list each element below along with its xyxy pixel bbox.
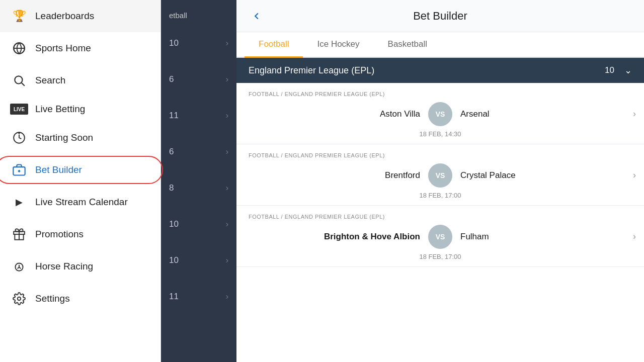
row-number: 10 — [169, 38, 179, 48]
number-row[interactable]: 11 › — [161, 279, 236, 315]
page-title: Bet Builder — [275, 10, 606, 23]
home-team: Aston Villa — [249, 109, 428, 119]
vs-badge: VS — [428, 163, 452, 188]
vs-badge: VS — [428, 102, 452, 126]
back-button[interactable] — [249, 11, 265, 22]
league-chevron-icon: ⌄ — [624, 65, 632, 76]
row-number: 11 — [169, 111, 179, 121]
sports-home-icon — [10, 39, 28, 57]
bet-builder-header: Bet Builder — [236, 0, 644, 32]
match-category: FOOTBALL / ENGLAND PREMIER LEAGUE (EPL) — [249, 91, 632, 97]
chevron-right-icon: › — [226, 147, 228, 156]
match-teams: Brentford VS Crystal Palace — [249, 163, 632, 188]
live-betting-icon: LIVE — [10, 104, 28, 115]
match-time: 18 FEB, 14:30 — [249, 130, 632, 138]
match-arrow-icon: › — [633, 169, 636, 180]
row-number: 10 — [169, 255, 179, 265]
number-row[interactable]: 6 › — [161, 61, 236, 98]
match-arrow-icon: › — [633, 108, 636, 119]
match-card[interactable]: FOOTBALL / ENGLAND PREMIER LEAGUE (EPL) … — [236, 83, 644, 144]
sport-tabs: Football Ice Hockey Basketball — [236, 32, 644, 58]
number-row[interactable]: 8 › — [161, 170, 236, 206]
sidebar-item-leaderboards[interactable]: 🏆 Leaderboards — [0, 0, 160, 32]
sidebar-item-bet-builder[interactable]: Bet Builder — [0, 154, 160, 186]
match-card[interactable]: FOOTBALL / ENGLAND PREMIER LEAGUE (EPL) … — [236, 206, 644, 267]
chevron-right-icon: › — [226, 256, 228, 265]
match-arrow-icon: › — [633, 231, 636, 241]
sidebar-item-live-betting[interactable]: LIVE Live Betting — [0, 97, 160, 122]
starting-soon-icon — [10, 129, 28, 147]
promotions-icon — [10, 225, 28, 243]
row-number: 6 — [169, 74, 174, 84]
sidebar: 🏆 Leaderboards Sports Home Search — [0, 0, 236, 362]
row-number: 8 — [169, 183, 174, 193]
chevron-right-icon: › — [226, 184, 228, 193]
top-nav-label: etball — [169, 11, 187, 20]
sidebar-navigation: 🏆 Leaderboards Sports Home Search — [0, 0, 161, 362]
sidebar-item-label: Search — [35, 75, 65, 86]
home-team: Brighton & Hove Albion — [249, 232, 428, 242]
league-header[interactable]: England Premier League (EPL) 10 ⌄ — [236, 58, 644, 83]
sidebar-item-sports-home[interactable]: Sports Home — [0, 32, 160, 64]
sidebar-item-label: Starting Soon — [35, 132, 93, 143]
leaderboards-icon: 🏆 — [10, 7, 28, 25]
horse-racing-icon — [10, 257, 28, 276]
top-nav-strip: etball — [161, 5, 236, 25]
tab-ice-hockey[interactable]: Ice Hockey — [303, 32, 373, 58]
sidebar-item-label: Sports Home — [35, 43, 91, 54]
bet-builder-icon — [10, 161, 28, 179]
svg-point-1 — [15, 76, 22, 83]
number-row[interactable]: 10 › — [161, 206, 236, 242]
chevron-right-icon: › — [226, 39, 228, 48]
home-team: Brentford — [249, 170, 428, 180]
sidebar-item-label: Settings — [35, 293, 70, 304]
sidebar-item-label: Live Stream Calendar — [35, 197, 128, 208]
match-card[interactable]: FOOTBALL / ENGLAND PREMIER LEAGUE (EPL) … — [236, 144, 644, 206]
match-teams: Aston Villa VS Arsenal — [249, 102, 632, 126]
vs-badge: VS — [428, 225, 452, 249]
sidebar-numbers-column: etball 10 › 6 › 11 › 6 › 8 › 10 › 10 › — [161, 0, 236, 362]
settings-icon — [10, 290, 28, 308]
match-teams: Brighton & Hove Albion VS Fulham — [249, 225, 632, 249]
sidebar-item-label: Bet Builder — [35, 164, 82, 175]
tab-football[interactable]: Football — [245, 32, 303, 58]
chevron-right-icon: › — [226, 292, 228, 301]
search-icon — [10, 71, 28, 89]
svg-point-8 — [18, 297, 21, 301]
sidebar-item-label: Horse Racing — [35, 261, 93, 272]
chevron-right-icon: › — [226, 220, 228, 229]
sidebar-item-search[interactable]: Search — [0, 64, 160, 97]
sidebar-item-horse-racing[interactable]: Horse Racing — [0, 250, 160, 283]
live-stream-icon: ▶ — [10, 193, 28, 211]
chevron-right-icon: › — [226, 75, 228, 84]
away-team: Fulham — [452, 232, 632, 242]
league-match-count: 10 — [605, 65, 614, 75]
row-number: 11 — [169, 292, 179, 302]
league-name: England Premier League (EPL) — [249, 65, 374, 76]
svg-point-4 — [19, 132, 20, 133]
away-team: Arsenal — [452, 109, 632, 119]
away-team: Crystal Palace — [452, 170, 632, 180]
match-time: 18 FEB, 17:00 — [249, 253, 632, 260]
sidebar-item-promotions[interactable]: Promotions — [0, 218, 160, 250]
sidebar-item-label: Leaderboards — [35, 11, 94, 22]
row-number: 6 — [169, 147, 174, 157]
sidebar-item-starting-soon[interactable]: Starting Soon — [0, 122, 160, 154]
number-row[interactable]: 10 › — [161, 242, 236, 279]
match-time: 18 FEB, 17:00 — [249, 192, 632, 199]
sidebar-item-live-stream-calendar[interactable]: ▶ Live Stream Calendar — [0, 186, 160, 218]
number-row[interactable]: 10 › — [161, 25, 236, 61]
tab-basketball[interactable]: Basketball — [374, 32, 441, 58]
sidebar-item-label: Promotions — [35, 229, 84, 240]
sidebar-item-label: Live Betting — [35, 104, 85, 115]
match-category: FOOTBALL / ENGLAND PREMIER LEAGUE (EPL) — [249, 152, 632, 158]
number-row[interactable]: 11 › — [161, 98, 236, 134]
match-category: FOOTBALL / ENGLAND PREMIER LEAGUE (EPL) — [249, 214, 632, 220]
row-number: 10 — [169, 219, 179, 229]
number-row[interactable]: 6 › — [161, 134, 236, 170]
main-content: Bet Builder Football Ice Hockey Basketba… — [236, 0, 644, 362]
sidebar-item-settings[interactable]: Settings — [0, 283, 160, 315]
svg-line-2 — [22, 83, 25, 86]
matches-list: FOOTBALL / ENGLAND PREMIER LEAGUE (EPL) … — [236, 83, 644, 362]
chevron-right-icon: › — [226, 111, 228, 120]
